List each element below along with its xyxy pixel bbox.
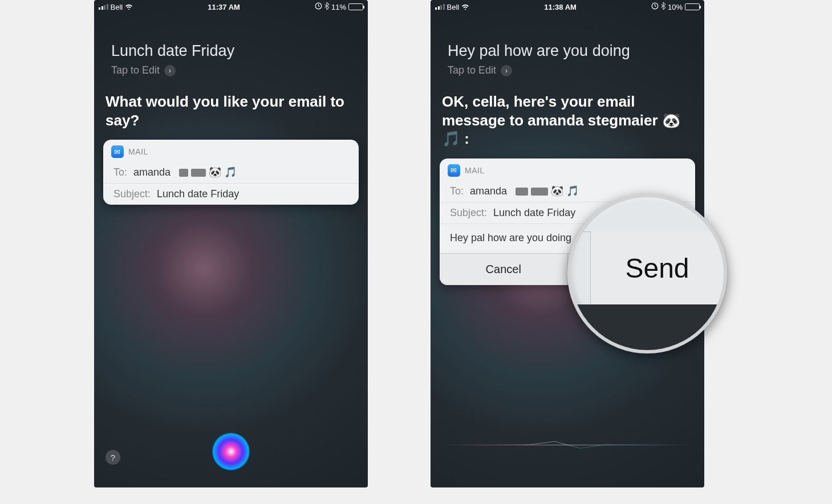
siri-waveform-icon[interactable] [442,436,693,453]
mail-app-icon: ✉︎ [111,145,124,158]
mail-app-icon: ✉︎ [448,164,460,177]
siri-orb-icon[interactable] [212,433,250,470]
battery-icon [685,3,700,10]
carrier-label: Bell [111,3,123,11]
battery-pct-label: 11% [331,3,346,11]
battery-pct-label: 10% [668,3,683,11]
wifi-icon [125,3,133,11]
orientation-lock-icon [315,2,322,11]
mail-subject-row: Subject: Lunch date Friday [103,184,359,205]
signal-icon [99,4,108,10]
magnifier-callout: Send [567,194,727,353]
tap-to-edit-button[interactable]: Tap to Edit › [448,64,687,76]
mail-subject-label: Subject: [113,188,151,200]
carrier-label: Bell [447,3,460,11]
mail-to-label: To: [450,185,464,197]
mail-to-label: To: [113,166,127,178]
wifi-icon [461,3,469,11]
mail-app-label: MAIL [465,166,485,175]
help-button[interactable]: ? [105,450,120,465]
mail-card-header: ✉︎ MAIL [103,140,359,161]
question-mark-icon: ? [111,453,115,462]
tap-to-edit-button[interactable]: Tap to Edit › [111,64,351,76]
bluetooth-icon [324,2,329,11]
siri-response: OK, cella, here's your email message to … [442,92,693,148]
mail-to-emoji: 🐼 🎵 [209,166,237,178]
battery-icon [348,3,363,10]
mail-card[interactable]: ✉︎ MAIL To: amanda 🐼 🎵 Subject: Lunch da… [103,140,359,205]
user-utterance[interactable]: Lunch date Friday [111,42,351,60]
bluetooth-icon [661,2,665,11]
mail-subject-label: Subject: [450,207,487,218]
status-bar: Bell 11:38 AM 10% [431,0,704,14]
mail-app-label: MAIL [128,147,148,156]
user-utterance[interactable]: Hey pal how are you doing [448,42,687,60]
mail-card-header: ✉︎ MAIL [440,158,695,180]
clock-label: 11:37 AM [208,3,240,11]
tap-to-edit-label: Tap to Edit [111,64,160,76]
tap-to-edit-label: Tap to Edit [448,64,496,76]
signal-icon [435,4,445,10]
phone-screen-left: Bell 11:37 AM 11% Lunch date Friday Tap … [94,0,368,487]
orientation-lock-icon [651,2,659,11]
mail-to-row: To: amanda 🐼 🎵 [103,161,359,184]
mail-to-emoji: 🐼 🎵 [551,185,579,197]
mail-subject-value: Lunch date Friday [157,188,239,200]
chevron-right-icon: › [164,65,176,76]
status-bar: Bell 11:37 AM 11% [94,0,368,14]
mail-subject-value: Lunch date Friday [493,207,575,218]
mail-to-value: amanda [133,166,171,178]
clock-label: 11:38 AM [544,3,577,11]
siri-response: What would you like your email to say? [105,92,356,129]
chevron-right-icon: › [501,65,512,76]
cancel-button[interactable]: Cancel [440,254,567,285]
mail-to-value: amanda [470,185,507,197]
send-button-magnified[interactable]: Send [591,231,724,304]
